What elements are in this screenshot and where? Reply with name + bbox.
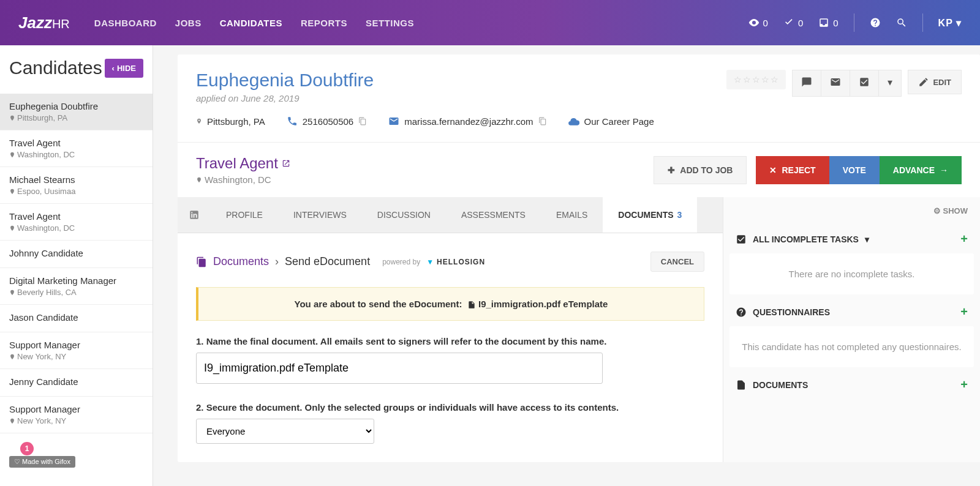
- checks-stat[interactable]: 0: [783, 17, 803, 28]
- candidate-item[interactable]: Travel AgentWashington, DC: [0, 130, 153, 167]
- email-button[interactable]: [821, 70, 850, 97]
- external-link-icon: [282, 159, 290, 168]
- views-stat[interactable]: 0: [748, 17, 768, 28]
- app-header: JazzHR DASHBOARD JOBS CANDIDATES REPORTS…: [0, 0, 980, 45]
- candidate-item[interactable]: Support ManagerNew York, NY: [0, 332, 153, 369]
- main-nav: DASHBOARD JOBS CANDIDATES REPORTS SETTIN…: [94, 18, 748, 28]
- envelope-icon: [830, 77, 841, 88]
- linkedin-icon: [189, 209, 200, 220]
- add-document-button[interactable]: +: [960, 378, 968, 392]
- phone-icon: [287, 116, 298, 127]
- sidebar-title: Candidates: [9, 58, 102, 78]
- candidate-item[interactable]: Jason Candidate: [0, 305, 153, 332]
- cancel-button[interactable]: CANCEL: [650, 252, 704, 272]
- documents-icon: [196, 256, 207, 267]
- questionnaires-empty: This candidate has not completed any que…: [729, 326, 974, 367]
- candidate-item[interactable]: Travel AgentWashington, DC: [0, 204, 153, 241]
- sidebar: Candidates ‹ HIDE Euphegenia DoubtfirePi…: [0, 45, 153, 486]
- send-alert: You are about to send the eDocument: I9_…: [196, 287, 704, 321]
- candidate-item[interactable]: Johnny Candidate: [0, 241, 153, 268]
- powered-by-label: powered by: [382, 258, 420, 266]
- document-name-input[interactable]: [196, 353, 603, 384]
- help-icon: [736, 307, 747, 318]
- nav-dashboard[interactable]: DASHBOARD: [94, 18, 157, 28]
- right-panel: ⚙ SHOW ALL INCOMPLETE TASKS ▾+ There are…: [723, 197, 980, 462]
- security-select[interactable]: Everyone: [196, 419, 374, 444]
- applied-date: applied on June 28, 2019: [196, 93, 374, 103]
- breadcrumb-sep: ›: [275, 255, 279, 268]
- tabs: PROFILE INTERVIEWS DISCUSSION ASSESSMENT…: [178, 197, 723, 233]
- check-icon: [783, 17, 794, 28]
- divider: [854, 13, 854, 32]
- step2-label: 2. Secure the document. Only the selecte…: [196, 402, 704, 413]
- advance-button[interactable]: ADVANCE →: [880, 156, 962, 184]
- search-icon[interactable]: [896, 17, 907, 28]
- nav-reports[interactable]: REPORTS: [301, 18, 347, 28]
- job-title[interactable]: Travel Agent: [196, 155, 290, 172]
- checkbox-icon: [736, 234, 747, 245]
- reject-button[interactable]: ✕ REJECT: [756, 156, 829, 184]
- phone-field[interactable]: 2516050506: [287, 116, 367, 127]
- candidate-item[interactable]: Digital Marketing ManagerBeverly Hills, …: [0, 268, 153, 305]
- file-icon: [467, 301, 476, 309]
- add-to-job-button[interactable]: ✚ ADD TO JOB: [654, 156, 747, 184]
- tab-discussion[interactable]: DISCUSSION: [362, 197, 446, 233]
- candidate-item[interactable]: Euphegenia DoubtfirePittsburgh, PA: [0, 94, 153, 130]
- linkedin-tab[interactable]: [178, 197, 211, 233]
- tab-interviews[interactable]: INTERVIEWS: [278, 197, 362, 233]
- tab-emails[interactable]: EMAILS: [541, 197, 603, 233]
- copy-icon[interactable]: [358, 116, 367, 127]
- pin-icon: [196, 117, 202, 125]
- documents-panel-header[interactable]: DOCUMENTS+: [723, 370, 980, 399]
- job-location: Washington, DC: [196, 174, 290, 185]
- tab-documents[interactable]: DOCUMENTS 3: [603, 197, 697, 233]
- nav-jobs[interactable]: JOBS: [175, 18, 202, 28]
- candidate-list: Euphegenia DoubtfirePittsburgh, PATravel…: [0, 94, 153, 433]
- show-toggle[interactable]: ⚙ SHOW: [723, 197, 980, 225]
- edit-button[interactable]: EDIT: [908, 70, 962, 94]
- comment-button[interactable]: [792, 70, 821, 97]
- candidate-name[interactable]: Euphegenia Doubtfire: [196, 70, 374, 91]
- source-field: Our Career Page: [568, 116, 654, 127]
- inbox-icon: [818, 17, 829, 28]
- breadcrumb-current: Send eDocument: [285, 255, 370, 268]
- star-rating[interactable]: ☆☆☆☆☆: [726, 70, 786, 89]
- candidate-item[interactable]: Support ManagerNew York, NY: [0, 397, 153, 433]
- candidate-item[interactable]: Jenny Candidate: [0, 369, 153, 397]
- cloud-icon: [568, 116, 579, 127]
- add-questionnaire-button[interactable]: +: [960, 305, 968, 319]
- email-field[interactable]: marissa.fernandez@jazzhr.com: [388, 116, 546, 127]
- header-right: 0 0 0 KP ▾: [748, 13, 962, 32]
- breadcrumb-documents[interactable]: Documents: [213, 255, 269, 268]
- tasks-empty: There are no incomplete tasks.: [729, 253, 974, 294]
- hellosign-logo: ▼HELLOSIGN: [426, 258, 485, 266]
- envelope-icon: [388, 116, 399, 127]
- eye-icon: [748, 17, 760, 28]
- hide-sidebar-button[interactable]: ‹ HIDE: [105, 59, 143, 78]
- nav-settings[interactable]: SETTINGS: [366, 18, 414, 28]
- tab-profile[interactable]: PROFILE: [211, 197, 278, 233]
- tab-assessments[interactable]: ASSESSMENTS: [446, 197, 541, 233]
- vote-button[interactable]: VOTE: [829, 156, 880, 184]
- more-button[interactable]: ▾: [878, 70, 902, 97]
- copy-icon[interactable]: [538, 116, 547, 127]
- pencil-icon: [918, 77, 929, 88]
- user-menu[interactable]: KP ▾: [938, 17, 962, 29]
- help-icon[interactable]: [870, 17, 881, 28]
- inbox-stat[interactable]: 0: [818, 17, 838, 28]
- checkbox-icon: [859, 77, 870, 88]
- comment-icon: [801, 77, 812, 88]
- tasks-header[interactable]: ALL INCOMPLETE TASKS ▾+: [723, 225, 980, 253]
- pin-icon: [196, 176, 202, 184]
- questionnaires-header[interactable]: QUESTIONNAIRES+: [723, 297, 980, 326]
- logo: JazzHR: [18, 13, 70, 32]
- step1-label: 1. Name the final document. All emails s…: [196, 336, 704, 346]
- location-field: Pittsburgh, PA: [196, 116, 265, 127]
- add-task-button[interactable]: +: [960, 232, 968, 246]
- nav-candidates[interactable]: CANDIDATES: [220, 18, 282, 28]
- task-button[interactable]: [850, 70, 878, 97]
- divider: [922, 13, 923, 32]
- file-icon: [736, 379, 747, 391]
- gifox-watermark: 1 ♡ Made with Gifox: [9, 447, 75, 468]
- candidate-item[interactable]: Michael StearnsEspoo, Uusimaa: [0, 167, 153, 204]
